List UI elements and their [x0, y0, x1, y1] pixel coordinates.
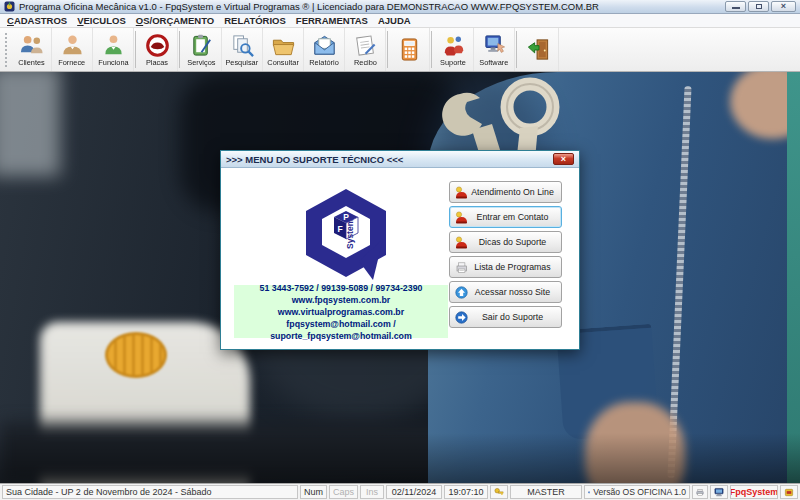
- dicas-do-suporte-button[interactable]: Dicas do Suporte: [449, 231, 562, 253]
- status-insert: Ins: [360, 485, 384, 499]
- lista-de-programas-button[interactable]: Lista de Programas: [449, 256, 562, 278]
- toolbar-button-placas[interactable]: Placas: [137, 28, 178, 71]
- clients-people-icon: [19, 33, 44, 58]
- bg-blur-highlight: [0, 72, 60, 176]
- toolbar-separator: [431, 31, 432, 68]
- status-version-cell: Versão OS OFICINA 1.0: [584, 485, 690, 499]
- menu-veiculos[interactable]: VEICULOS: [77, 15, 126, 26]
- toolbar-spacer: [559, 28, 800, 71]
- toolbar-separator: [516, 31, 517, 68]
- report-envelope-icon: [312, 33, 337, 58]
- menu-cadastros[interactable]: CADASTROS: [7, 15, 67, 26]
- software-monitor-icon: [482, 33, 507, 58]
- monitor-icon: [714, 487, 724, 498]
- globe-up-arrow-icon: [455, 286, 468, 299]
- support-people-icon: [441, 33, 466, 58]
- bg-coolant-reservoir: [40, 322, 250, 483]
- consult-folder-icon: [271, 33, 296, 58]
- support-menu-dialog: >>> MENU DO SUPORTE TÉCNICO <<< × P F Sy…: [220, 150, 580, 350]
- receipt-note-icon: [353, 33, 378, 58]
- status-brand: FpqSystem: [730, 485, 778, 499]
- bg-hand: [585, 402, 685, 483]
- support-bell-icon: [455, 186, 468, 199]
- toolbar-button-clientes[interactable]: Clientes: [11, 28, 52, 71]
- bg-shadow-floor: [0, 423, 460, 483]
- toolbar-button-fornece[interactable]: Fornece: [52, 28, 93, 71]
- status-user: MASTER: [510, 485, 582, 499]
- window-title: Programa Oficina Mecânica v1.0 - FpqSyst…: [19, 1, 721, 12]
- menu-os-orcamento[interactable]: OS/ORÇAMENTO: [136, 15, 214, 26]
- fpqsystem-logo: P F System: [279, 187, 413, 283]
- toolbar-button-recibo[interactable]: Recibo: [345, 28, 386, 71]
- employee-person-icon: [101, 33, 126, 58]
- dialog-title: >>> MENU DO SUPORTE TÉCNICO <<<: [226, 154, 403, 165]
- toolbar-button-funciona[interactable]: Funciona: [93, 28, 134, 71]
- main-area: >>> MENU DO SUPORTE TÉCNICO <<< × P F Sy…: [0, 72, 800, 483]
- key-icon: [494, 487, 504, 498]
- printer-icon: [696, 487, 704, 498]
- statusbar: Sua Cidade - UP 2 de Novembro de 2024 - …: [0, 483, 800, 500]
- status-monitor-cell[interactable]: [710, 485, 728, 499]
- toolbar-button-consultar[interactable]: Consultar: [263, 28, 304, 71]
- restore-button-icon[interactable]: [748, 1, 769, 12]
- toolbar: Clientes Fornece Funciona Placas: [0, 28, 800, 72]
- bg-vignette: [0, 433, 800, 483]
- contact-website-2: www.virtualprogramas.com.br: [234, 306, 448, 318]
- support-bell-icon: [455, 211, 468, 224]
- minimize-button-icon[interactable]: [725, 1, 746, 12]
- toolbar-button-software[interactable]: Software: [474, 28, 515, 71]
- entrar-em-contato-button[interactable]: Entrar em Contato: [449, 206, 562, 228]
- menu-ferramentas[interactable]: FERRAMENTAS: [296, 15, 368, 26]
- badge-icon: [784, 487, 794, 498]
- contact-website-1: www.fpqsystem.com.br: [234, 294, 448, 306]
- program-list-icon: [455, 261, 468, 274]
- dialog-buttons: Atendimento On Line Entrar em Contato: [449, 181, 562, 328]
- status-caps-lock: Caps: [329, 485, 358, 499]
- toolbar-separator: [135, 31, 136, 68]
- calculator-icon: [397, 37, 422, 62]
- toolbar-separator: [387, 31, 388, 68]
- services-clipboard-icon: [189, 33, 214, 58]
- menu-relatorios[interactable]: RELATÓRIOS: [224, 15, 286, 26]
- status-version: Versão OS OFICINA 1.0: [593, 487, 686, 497]
- dialog-close-icon[interactable]: ×: [553, 153, 574, 165]
- dialog-titlebar: >>> MENU DO SUPORTE TÉCNICO <<< ×: [221, 151, 579, 168]
- supplier-person-icon: [60, 33, 85, 58]
- toolbar-button-suporte[interactable]: Suporte: [433, 28, 474, 71]
- bg-hand-shoulder: [730, 72, 800, 139]
- car-plate-icon: [145, 33, 170, 58]
- support-bell-icon: [455, 236, 468, 249]
- acessar-nosso-site-button[interactable]: Acessar nosso Site: [449, 281, 562, 303]
- contact-emails: fpqsystem@hotmail.com / suporte_fpqsyste…: [234, 318, 448, 342]
- menu-ajuda[interactable]: AJUDA: [378, 15, 411, 26]
- toolbar-button-servicos[interactable]: Serviços: [181, 28, 222, 71]
- contact-phones: 51 3443-7592 / 99139-5089 / 99734-2390: [234, 282, 448, 294]
- status-end-cell: [780, 485, 798, 499]
- toolbar-grip: [4, 32, 9, 67]
- search-documents-icon: [230, 33, 255, 58]
- sair-do-suporte-button[interactable]: Sair do Suporte: [449, 306, 562, 328]
- toolbar-button-relatorio[interactable]: Relatório: [304, 28, 345, 71]
- atendimento-online-button[interactable]: Atendimento On Line: [449, 181, 562, 203]
- status-user-key-cell: [490, 485, 508, 499]
- menubar: CADASTROS VEICULOS OS/ORÇAMENTO RELATÓRI…: [0, 14, 800, 28]
- bg-yellow-cap: [105, 332, 167, 378]
- toolbar-separator: [179, 31, 180, 68]
- status-time: 19:07:10: [444, 485, 488, 499]
- close-button-icon[interactable]: ×: [771, 1, 796, 12]
- status-date: 02/11/2024: [386, 485, 442, 499]
- toolbar-button-pesquisar[interactable]: Pesquisar: [222, 28, 263, 71]
- version-app-icon: [588, 487, 590, 498]
- logo-word-system: System: [345, 218, 355, 249]
- status-num-lock: Num: [300, 485, 327, 499]
- status-location-date: Sua Cidade - UP 2 de Novembro de 2024 - …: [2, 485, 298, 499]
- app-icon: [4, 1, 15, 12]
- bg-teal-edge: [787, 72, 800, 483]
- bg-jacket-zipper: [667, 86, 691, 478]
- toolbar-button-calculadora[interactable]: [389, 28, 430, 71]
- app-window: Programa Oficina Mecânica v1.0 - FpqSyst…: [0, 0, 800, 500]
- status-printer-cell[interactable]: [692, 485, 708, 499]
- contact-info-panel: 51 3443-7592 / 99139-5089 / 99734-2390 w…: [234, 285, 448, 338]
- logo-letter-f: F: [337, 224, 342, 234]
- toolbar-button-sair[interactable]: [518, 28, 559, 71]
